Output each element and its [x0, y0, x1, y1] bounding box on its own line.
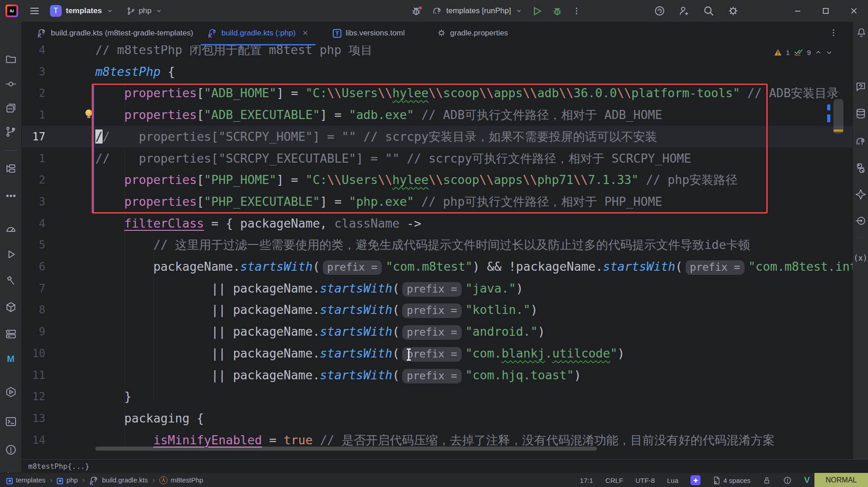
line-number[interactable]: 7 [22, 278, 45, 299]
tab-build.gradle.kts-m8test-gradle-templates-[interactable]: Kbuild.gradle.kts (m8test-gradle-templat… [30, 22, 201, 45]
run-button[interactable] [531, 5, 542, 17]
line-number[interactable]: 2 [22, 169, 45, 191]
sync-circle-icon[interactable] [855, 215, 866, 227]
more-run-actions-icon[interactable] [572, 6, 581, 15]
line-number[interactable]: 6 [22, 256, 45, 278]
code-line[interactable]: 6 packageName.startsWith(prefix ="com.m8… [22, 256, 853, 278]
line-number[interactable]: 12 [22, 386, 45, 407]
add-user-icon[interactable] [678, 5, 690, 17]
window-minimize-button[interactable] [784, 0, 812, 22]
vcs-branch-selector[interactable]: php [127, 6, 162, 15]
git-branch-icon[interactable] [5, 126, 17, 138]
debug-button[interactable] [552, 5, 563, 17]
ideavim-icon[interactable]: V [804, 475, 810, 485]
code-line[interactable]: 7 || packageName.startsWith(prefix ="jav… [22, 278, 853, 299]
settings-gear-icon[interactable] [727, 5, 739, 17]
python-icon[interactable] [855, 163, 866, 174]
inspections-widget[interactable]: 1 9 [774, 45, 833, 59]
gradle-icon[interactable] [855, 135, 867, 147]
code-line[interactable]: 11 || packageName.startsWith(prefix ="co… [22, 364, 853, 386]
commit-icon[interactable] [5, 78, 17, 90]
code-line[interactable]: 5 // 这里用于过滤一些需要使用的类，避免生成代码提示文件时间过长以及防止过多… [22, 234, 853, 256]
search-everywhere-icon[interactable] [703, 5, 715, 17]
tab-gradle.properties[interactable]: gradle.properties [429, 22, 516, 45]
code-line[interactable]: 12 } [22, 386, 853, 407]
line-number[interactable]: 14 [22, 429, 45, 451]
code-line[interactable]: 3m8testPhp { [22, 61, 853, 83]
line-number[interactable]: 17 [22, 126, 45, 148]
line-number[interactable]: 3 [22, 191, 45, 213]
horizontal-scrollbar[interactable] [95, 447, 597, 451]
code-line[interactable]: 4 filterClass = { packageName, className… [22, 213, 853, 234]
main-menu-icon[interactable] [29, 5, 40, 16]
code-line[interactable]: 13 packaging { [22, 407, 853, 429]
editor-context-widget[interactable]: m8testPhp{...} [22, 459, 868, 472]
build-hammer-icon[interactable] [5, 275, 17, 287]
window-maximize-button[interactable] [812, 0, 840, 22]
stacked-squares-icon[interactable] [5, 102, 17, 114]
breadcrumb-m8testphp[interactable]: λm8testPhp [159, 476, 203, 484]
line-number[interactable]: 4 [22, 45, 45, 61]
profiler-gauge-icon[interactable] [5, 224, 17, 235]
ok-checks-icon [794, 49, 803, 56]
project-selector[interactable]: T templates [50, 5, 113, 17]
caret-position[interactable]: 17:1 [580, 477, 593, 484]
line-number[interactable]: 4 [22, 213, 45, 234]
breadcrumb[interactable]: templates›php›Kbuild.gradle.kts›λm8testP… [6, 475, 203, 486]
code-line[interactable]: 9 || packageName.startsWith(prefix ="and… [22, 321, 853, 343]
line-separator[interactable]: CRLF [606, 477, 623, 484]
database-icon[interactable] [855, 108, 866, 119]
inspection-highlight-icon[interactable] [783, 476, 792, 485]
line-number[interactable]: 10 [22, 343, 45, 364]
indent-config[interactable]: 4 spaces [713, 476, 750, 485]
tab-overflow-menu-icon[interactable] [829, 28, 838, 37]
app-logo-icon[interactable]: IU [5, 5, 18, 17]
python-packages-icon[interactable] [5, 301, 17, 313]
language-indicator[interactable]: Lua [667, 477, 678, 484]
line-number[interactable]: 9 [22, 321, 45, 343]
line-number[interactable]: 1 [22, 104, 45, 126]
terminal-icon[interactable] [5, 416, 17, 427]
tab-build.gradle.kts-php-[interactable]: Kbuild.gradle.kts (:php) [201, 22, 316, 45]
line-number[interactable]: 11 [22, 364, 45, 386]
line-number[interactable]: 1 [22, 148, 45, 169]
structure-icon[interactable] [5, 163, 17, 174]
prev-problem-icon[interactable] [815, 49, 822, 56]
services-icon[interactable] [5, 328, 17, 340]
mute-breakpoints-bug-icon[interactable] [411, 5, 423, 17]
file-encoding[interactable]: UTF-8 [636, 477, 655, 484]
tab-libs.versions.toml[interactable]: Tlibs.versions.toml [326, 22, 412, 45]
window-close-button[interactable] [840, 0, 868, 22]
vertical-scrollbar[interactable] [833, 99, 843, 134]
next-problem-icon[interactable] [826, 49, 833, 56]
folder-icon[interactable] [5, 53, 17, 65]
run-icon[interactable] [5, 248, 17, 260]
plugin-star-icon[interactable] [855, 189, 866, 200]
line-number[interactable]: 2 [22, 82, 45, 104]
breadcrumb-php[interactable]: php [57, 476, 78, 484]
problems-icon[interactable] [5, 444, 17, 456]
code-text: || packageName.startsWith(prefix ="kotli… [95, 299, 538, 321]
code-line[interactable]: 4// m8testPhp 闭包用于配置 m8test php 项目 [22, 45, 853, 61]
line-number[interactable]: 13 [22, 407, 45, 429]
code-line[interactable]: 10 || packageName.startsWith(prefix ="co… [22, 343, 853, 364]
ai-assistant-icon[interactable] [654, 5, 666, 17]
plugin-icon[interactable] [690, 475, 700, 485]
ai-assistant-icon[interactable] [855, 81, 866, 92]
write-access-lock-icon[interactable] [763, 476, 771, 485]
math-x-icon[interactable]: (x) [853, 253, 868, 263]
m-plugin-icon[interactable]: M [7, 354, 15, 364]
vim-mode-badge[interactable]: NORMAL [814, 473, 868, 487]
run-configuration-selector[interactable]: templates [runPhp] [432, 5, 522, 16]
line-number[interactable]: 8 [22, 299, 45, 321]
code-line[interactable]: 8 || packageName.startsWith(prefix ="kot… [22, 299, 853, 321]
code-editor[interactable]: 4// m8testPhp 闭包用于配置 m8test php 项目3m8tes… [22, 45, 853, 459]
more-icon[interactable] [5, 190, 17, 202]
run-hexagon-icon[interactable] [5, 386, 17, 398]
notifications-bell-icon[interactable] [856, 27, 867, 38]
breadcrumb-build.gradle.kts[interactable]: Kbuild.gradle.kts [89, 475, 148, 486]
line-number[interactable]: 5 [22, 234, 45, 256]
breadcrumb-templates[interactable]: templates [6, 476, 45, 484]
line-number[interactable]: 3 [22, 61, 45, 83]
tab-close-icon[interactable] [302, 30, 308, 36]
